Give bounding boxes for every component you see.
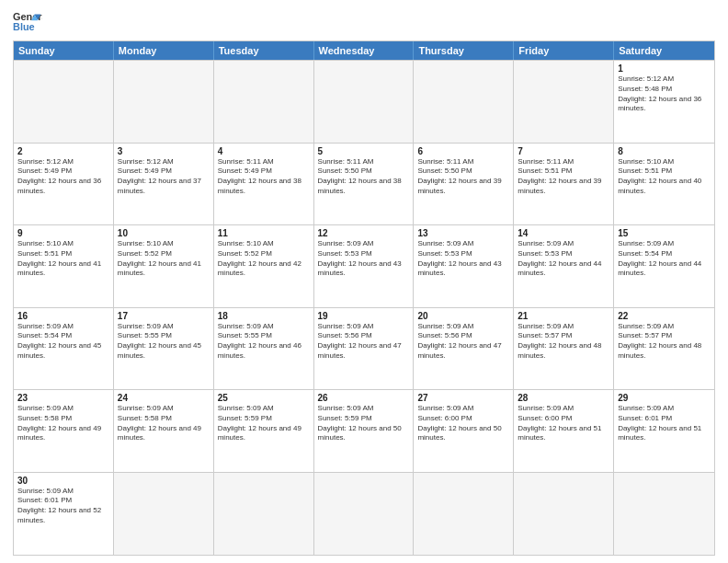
day-number: 28 xyxy=(518,393,609,403)
calendar-day-25: 25Sunrise: 5:09 AM Sunset: 5:59 PM Dayli… xyxy=(214,390,314,472)
logo: General Blue xyxy=(13,9,42,35)
day-sun-info: Sunrise: 5:09 AM Sunset: 5:54 PM Dayligh… xyxy=(618,239,711,279)
day-sun-info: Sunrise: 5:09 AM Sunset: 5:57 PM Dayligh… xyxy=(518,322,609,362)
day-number: 13 xyxy=(417,228,509,238)
day-number: 6 xyxy=(417,146,509,156)
day-sun-info: Sunrise: 5:09 AM Sunset: 5:56 PM Dayligh… xyxy=(417,322,509,362)
day-sun-info: Sunrise: 5:09 AM Sunset: 5:53 PM Dayligh… xyxy=(318,239,410,279)
calendar-week-4: 16Sunrise: 5:09 AM Sunset: 5:54 PM Dayli… xyxy=(14,308,714,391)
day-sun-info: Sunrise: 5:09 AM Sunset: 5:56 PM Dayligh… xyxy=(318,322,410,362)
day-sun-info: Sunrise: 5:09 AM Sunset: 5:59 PM Dayligh… xyxy=(218,404,310,443)
header: General Blue xyxy=(13,9,715,35)
day-sun-info: Sunrise: 5:09 AM Sunset: 5:55 PM Dayligh… xyxy=(118,322,210,362)
header-day-monday: Monday xyxy=(114,41,214,60)
day-sun-info: Sunrise: 5:09 AM Sunset: 6:00 PM Dayligh… xyxy=(417,404,509,443)
header-day-friday: Friday xyxy=(514,41,614,60)
calendar-day-12: 12Sunrise: 5:09 AM Sunset: 5:53 PM Dayli… xyxy=(314,225,415,307)
header-day-saturday: Saturday xyxy=(614,41,714,60)
day-number: 3 xyxy=(118,146,210,156)
calendar: SundayMondayTuesdayWednesdayThursdayFrid… xyxy=(13,40,715,556)
calendar-empty-cell xyxy=(214,61,314,143)
day-number: 1 xyxy=(618,63,711,74)
day-sun-info: Sunrise: 5:10 AM Sunset: 5:51 PM Dayligh… xyxy=(17,239,109,279)
svg-text:Blue: Blue xyxy=(13,21,35,32)
calendar-week-3: 9Sunrise: 5:10 AM Sunset: 5:51 PM Daylig… xyxy=(14,225,714,308)
calendar-empty-cell xyxy=(514,473,614,556)
day-number: 30 xyxy=(17,476,109,486)
calendar-day-9: 9Sunrise: 5:10 AM Sunset: 5:51 PM Daylig… xyxy=(14,225,114,307)
calendar-day-16: 16Sunrise: 5:09 AM Sunset: 5:54 PM Dayli… xyxy=(14,308,114,390)
calendar-day-5: 5Sunrise: 5:11 AM Sunset: 5:50 PM Daylig… xyxy=(314,144,415,225)
day-sun-info: Sunrise: 5:09 AM Sunset: 5:58 PM Dayligh… xyxy=(17,404,109,443)
day-number: 24 xyxy=(118,393,210,403)
calendar-day-20: 20Sunrise: 5:09 AM Sunset: 5:56 PM Dayli… xyxy=(414,308,514,390)
calendar-day-4: 4Sunrise: 5:11 AM Sunset: 5:49 PM Daylig… xyxy=(214,144,314,225)
calendar-week-5: 23Sunrise: 5:09 AM Sunset: 5:58 PM Dayli… xyxy=(14,390,714,473)
header-day-tuesday: Tuesday xyxy=(214,41,314,60)
calendar-day-24: 24Sunrise: 5:09 AM Sunset: 5:58 PM Dayli… xyxy=(114,390,214,472)
day-sun-info: Sunrise: 5:11 AM Sunset: 5:50 PM Dayligh… xyxy=(318,157,410,197)
day-number: 25 xyxy=(218,393,310,403)
day-number: 27 xyxy=(417,393,509,403)
calendar-day-15: 15Sunrise: 5:09 AM Sunset: 5:54 PM Dayli… xyxy=(614,225,714,307)
calendar-week-1: 1Sunrise: 5:12 AM Sunset: 5:48 PM Daylig… xyxy=(14,61,714,144)
day-number: 4 xyxy=(218,146,310,156)
calendar-header: SundayMondayTuesdayWednesdayThursdayFrid… xyxy=(14,41,714,60)
day-sun-info: Sunrise: 5:09 AM Sunset: 5:53 PM Dayligh… xyxy=(417,239,509,279)
day-sun-info: Sunrise: 5:11 AM Sunset: 5:51 PM Dayligh… xyxy=(518,157,609,197)
calendar-day-6: 6Sunrise: 5:11 AM Sunset: 5:50 PM Daylig… xyxy=(414,144,514,225)
calendar-empty-cell xyxy=(314,61,415,143)
day-number: 18 xyxy=(218,311,310,321)
calendar-day-14: 14Sunrise: 5:09 AM Sunset: 5:53 PM Dayli… xyxy=(514,225,614,307)
day-number: 17 xyxy=(118,311,210,321)
calendar-day-28: 28Sunrise: 5:09 AM Sunset: 6:00 PM Dayli… xyxy=(514,390,614,472)
day-sun-info: Sunrise: 5:12 AM Sunset: 5:48 PM Dayligh… xyxy=(618,75,711,114)
day-number: 11 xyxy=(218,228,310,238)
day-sun-info: Sunrise: 5:11 AM Sunset: 5:49 PM Dayligh… xyxy=(218,157,310,197)
header-day-sunday: Sunday xyxy=(14,41,114,60)
calendar-body: 1Sunrise: 5:12 AM Sunset: 5:48 PM Daylig… xyxy=(14,60,714,555)
day-number: 5 xyxy=(318,146,410,156)
calendar-day-29: 29Sunrise: 5:09 AM Sunset: 6:01 PM Dayli… xyxy=(614,390,714,472)
calendar-day-11: 11Sunrise: 5:10 AM Sunset: 5:52 PM Dayli… xyxy=(214,225,314,307)
calendar-day-3: 3Sunrise: 5:12 AM Sunset: 5:49 PM Daylig… xyxy=(114,144,214,225)
day-sun-info: Sunrise: 5:09 AM Sunset: 5:53 PM Dayligh… xyxy=(518,239,609,279)
calendar-day-23: 23Sunrise: 5:09 AM Sunset: 5:58 PM Dayli… xyxy=(14,390,114,472)
day-number: 16 xyxy=(17,311,109,321)
calendar-empty-cell xyxy=(514,61,614,143)
day-sun-info: Sunrise: 5:10 AM Sunset: 5:51 PM Dayligh… xyxy=(618,157,711,197)
day-sun-info: Sunrise: 5:09 AM Sunset: 5:59 PM Dayligh… xyxy=(318,404,410,443)
calendar-day-26: 26Sunrise: 5:09 AM Sunset: 5:59 PM Dayli… xyxy=(314,390,415,472)
day-number: 15 xyxy=(618,228,711,238)
calendar-week-2: 2Sunrise: 5:12 AM Sunset: 5:49 PM Daylig… xyxy=(14,144,714,226)
day-sun-info: Sunrise: 5:11 AM Sunset: 5:50 PM Dayligh… xyxy=(417,157,509,197)
calendar-empty-cell xyxy=(614,473,714,556)
day-sun-info: Sunrise: 5:09 AM Sunset: 5:57 PM Dayligh… xyxy=(618,322,711,362)
header-day-thursday: Thursday xyxy=(414,41,514,60)
day-number: 8 xyxy=(618,146,711,156)
page: General Blue SundayMondayTuesdayWednesda… xyxy=(0,0,728,563)
calendar-day-27: 27Sunrise: 5:09 AM Sunset: 6:00 PM Dayli… xyxy=(414,390,514,472)
header-day-wednesday: Wednesday xyxy=(314,41,415,60)
calendar-day-17: 17Sunrise: 5:09 AM Sunset: 5:55 PM Dayli… xyxy=(114,308,214,390)
calendar-day-19: 19Sunrise: 5:09 AM Sunset: 5:56 PM Dayli… xyxy=(314,308,415,390)
calendar-day-1: 1Sunrise: 5:12 AM Sunset: 5:48 PM Daylig… xyxy=(614,61,714,143)
day-number: 22 xyxy=(618,311,711,321)
day-number: 20 xyxy=(417,311,509,321)
day-sun-info: Sunrise: 5:09 AM Sunset: 6:00 PM Dayligh… xyxy=(518,404,609,443)
day-number: 26 xyxy=(318,393,410,403)
calendar-empty-cell xyxy=(14,61,114,143)
day-sun-info: Sunrise: 5:09 AM Sunset: 5:55 PM Dayligh… xyxy=(218,322,310,362)
calendar-empty-cell xyxy=(414,61,514,143)
day-sun-info: Sunrise: 5:09 AM Sunset: 6:01 PM Dayligh… xyxy=(17,487,109,526)
generalblue-logo-icon: General Blue xyxy=(13,9,42,35)
calendar-day-7: 7Sunrise: 5:11 AM Sunset: 5:51 PM Daylig… xyxy=(514,144,614,225)
day-number: 2 xyxy=(17,146,109,156)
day-sun-info: Sunrise: 5:10 AM Sunset: 5:52 PM Dayligh… xyxy=(118,239,210,279)
day-sun-info: Sunrise: 5:09 AM Sunset: 5:54 PM Dayligh… xyxy=(17,322,109,362)
day-number: 12 xyxy=(318,228,410,238)
calendar-week-6: 30Sunrise: 5:09 AM Sunset: 6:01 PM Dayli… xyxy=(14,473,714,556)
calendar-day-18: 18Sunrise: 5:09 AM Sunset: 5:55 PM Dayli… xyxy=(214,308,314,390)
day-number: 7 xyxy=(518,146,609,156)
day-sun-info: Sunrise: 5:12 AM Sunset: 5:49 PM Dayligh… xyxy=(118,157,210,197)
